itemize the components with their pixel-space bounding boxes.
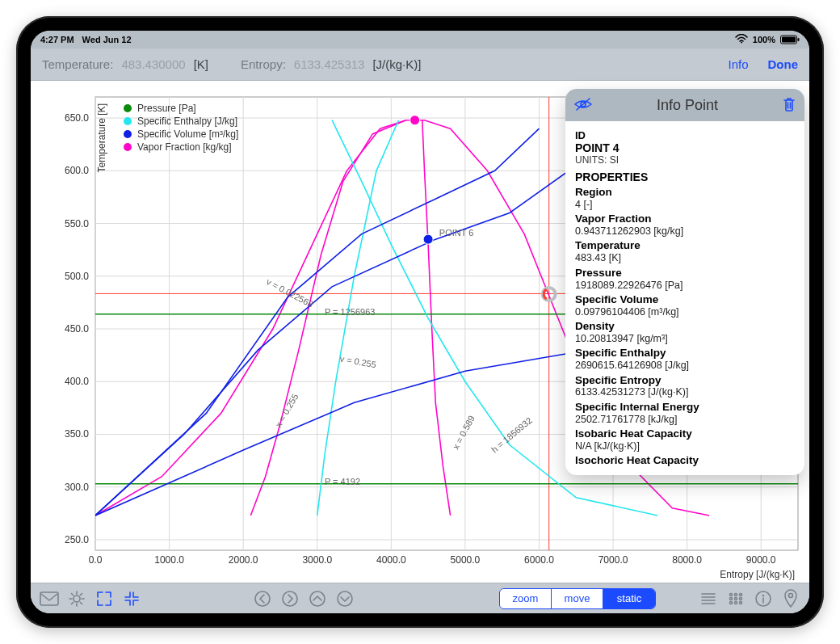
svg-text:7000.0: 7000.0 [598, 554, 628, 566]
property-value: 4 [-] [575, 199, 795, 210]
svg-point-49 [410, 116, 420, 125]
svg-text:2000.0: 2000.0 [229, 554, 258, 566]
svg-text:Specific Enthalpy [J/kg]: Specific Enthalpy [J/kg] [137, 116, 237, 127]
svg-point-79 [735, 597, 737, 600]
svg-point-81 [730, 601, 733, 604]
segment-move[interactable]: move [552, 589, 603, 608]
property-row: Specific Internal Energy2502.71761778 [k… [575, 402, 795, 425]
property-key: Region [575, 187, 795, 199]
svg-point-0 [741, 42, 742, 44]
arrow-down-icon[interactable] [334, 588, 355, 609]
svg-text:6000.0: 6000.0 [524, 554, 554, 566]
svg-text:3000.0: 3000.0 [302, 554, 332, 566]
chart-area[interactable]: 0.01000.02000.03000.04000.05000.06000.07… [31, 81, 809, 583]
segment-zoom[interactable]: zoom [500, 589, 552, 608]
property-row: Specific Entropy6133.42531273 [J/(kg·K)] [575, 375, 795, 398]
gear-icon[interactable] [66, 588, 87, 609]
svg-point-76 [735, 593, 737, 596]
expand-icon[interactable] [94, 588, 115, 609]
svg-point-73 [310, 591, 325, 606]
property-value: 2502.71761778 [kJ/kg] [575, 414, 795, 425]
trash-icon[interactable] [782, 96, 796, 115]
mail-icon[interactable] [39, 588, 60, 609]
svg-text:P = 4192: P = 4192 [325, 477, 360, 486]
visibility-icon[interactable] [573, 96, 593, 115]
location-icon[interactable] [780, 588, 801, 609]
arrow-up-icon[interactable] [307, 588, 328, 609]
property-value: 2690615.64126908 [J/kg] [575, 360, 795, 371]
arrow-left-icon[interactable] [252, 588, 273, 609]
collapse-icon[interactable] [121, 588, 142, 609]
property-value: 483.43 [K] [575, 252, 795, 263]
property-value: N/A [kJ/(kg·K)] [575, 440, 795, 452]
property-key: Specific Entropy [575, 375, 795, 387]
property-row: Density10.20813947 [kg/m³] [575, 321, 795, 344]
svg-text:450.0: 450.0 [65, 323, 89, 335]
done-button[interactable]: Done [768, 57, 799, 71]
svg-line-68 [577, 99, 590, 110]
status-bar: 4:27 PM Wed Jun 12 100% [31, 31, 809, 48]
point-id: POINT 4 [575, 141, 795, 154]
arrow-right-icon[interactable] [279, 588, 300, 609]
mode-segment: zoommovestatic [499, 588, 656, 609]
battery-pct: 100% [753, 35, 775, 44]
svg-text:4000.0: 4000.0 [376, 554, 406, 566]
svg-text:400.0: 400.0 [65, 376, 89, 387]
svg-text:600.0: 600.0 [65, 165, 89, 176]
property-key: Vapor Fraction [575, 213, 795, 225]
svg-point-74 [338, 591, 352, 606]
property-key: Pressure [575, 267, 795, 280]
svg-text:P = 1256963: P = 1256963 [325, 307, 376, 317]
svg-point-63 [124, 130, 132, 138]
svg-rect-2 [782, 37, 796, 43]
property-key: Temperature [575, 240, 795, 252]
property-row: Pressure1918089.22926476 [Pa] [575, 267, 795, 291]
svg-text:5000.0: 5000.0 [451, 554, 481, 566]
entropy-unit: [J/(kg·K)] [372, 57, 421, 71]
property-value: 6133.42531273 [J/(kg·K)] [575, 386, 795, 398]
svg-text:Pressure [Pa]: Pressure [Pa] [137, 103, 196, 114]
svg-point-59 [124, 104, 132, 112]
segment-static[interactable]: static [603, 589, 655, 608]
svg-point-82 [735, 601, 737, 604]
property-row: Temperature483.43 [K] [575, 240, 795, 263]
property-key: Density [575, 321, 795, 333]
units-label: UNITS: SI [575, 154, 795, 166]
bottom-toolbar: zoommovestatic [31, 583, 809, 613]
svg-point-71 [255, 591, 270, 606]
id-heading: ID [575, 129, 795, 141]
svg-point-75 [730, 593, 733, 596]
grid-icon[interactable] [725, 588, 746, 609]
info-icon[interactable] [753, 588, 774, 609]
property-row: Specific Volume0.09796104406 [m³/kg] [575, 294, 795, 318]
svg-text:Temperature [K]: Temperature [K] [96, 103, 107, 172]
property-row: Region4 [-] [575, 187, 795, 210]
temperature-label: Temperature: [42, 57, 113, 71]
entropy-value: 6133.425313 [294, 57, 365, 71]
property-row: Isobaric Heat CapacityN/A [kJ/(kg·K)] [575, 428, 795, 452]
property-key: Isochoric Heat Capacity [575, 455, 795, 467]
temperature-value: 483.430000 [121, 57, 185, 71]
status-time: 4:27 PM [40, 35, 74, 44]
battery-icon [780, 35, 800, 44]
svg-text:Specific Volume [m³/kg]: Specific Volume [m³/kg] [137, 128, 238, 140]
svg-point-72 [283, 591, 297, 606]
property-value: 0.09796104406 [m³/kg] [575, 306, 795, 318]
svg-rect-69 [40, 592, 58, 605]
svg-point-70 [74, 596, 80, 602]
svg-point-65 [124, 143, 132, 151]
entropy-label: Entropy: [241, 57, 286, 71]
svg-point-86 [789, 593, 793, 597]
temperature-unit: [K] [194, 57, 208, 71]
property-row: Specific Enthalpy2690615.64126908 [J/kg] [575, 347, 795, 371]
property-value: 0.943711262903 [kg/kg] [575, 225, 795, 237]
property-value: 10.20813947 [kg/m³] [575, 333, 795, 344]
property-key: Specific Enthalpy [575, 347, 795, 360]
svg-text:1000.0: 1000.0 [154, 554, 184, 566]
list-icon[interactable] [698, 588, 719, 609]
info-button[interactable]: Info [728, 57, 748, 71]
info-panel: Info Point ID POINT 4 UNITS: SI PROPERTI… [565, 89, 804, 475]
wifi-icon [735, 34, 748, 45]
svg-text:550.0: 550.0 [65, 218, 89, 229]
svg-point-77 [740, 593, 742, 596]
